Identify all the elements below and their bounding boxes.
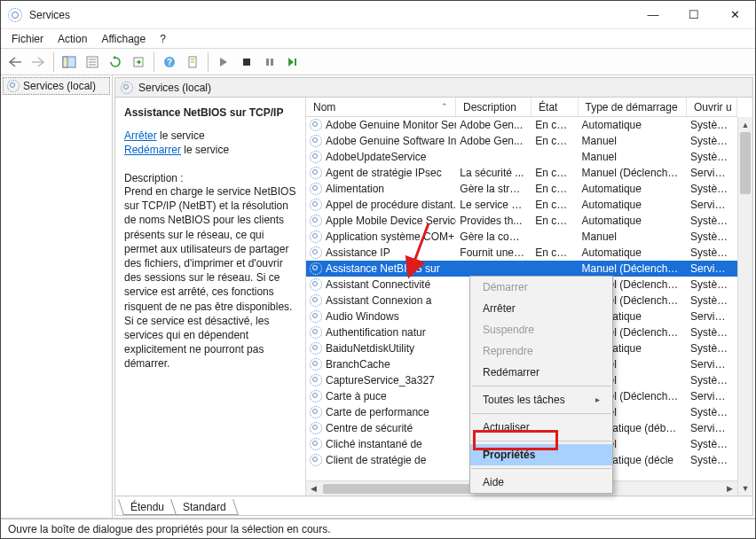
service-row[interactable]: Assistance IPFournit une ...En co...Auto…	[306, 245, 737, 261]
col-ouvrir[interactable]: Ouvrir u	[687, 98, 737, 116]
play-icon	[218, 57, 229, 67]
service-etat-cell: En co...	[532, 246, 578, 259]
service-ouvrir-cell: Système	[687, 119, 737, 131]
col-description[interactable]: Description	[456, 98, 532, 116]
service-name-cell: Audio Windows	[326, 310, 399, 323]
service-name-cell: AdobeUpdateService	[326, 151, 426, 163]
service-icon	[310, 230, 322, 243]
ctx-proprietes[interactable]: Propriétés	[470, 444, 612, 465]
service-row[interactable]: AlimentationGère la strat...En co...Auto…	[306, 181, 737, 197]
service-icon	[310, 215, 322, 227]
service-name-cell: Agent de stratégie IPsec	[326, 167, 442, 179]
forward-button[interactable]	[28, 51, 49, 73]
col-etat[interactable]: État	[532, 98, 578, 116]
menu-affichage[interactable]: Affichage	[96, 31, 151, 47]
service-icon	[310, 167, 322, 179]
ctx-reprendre[interactable]: Reprendre	[470, 340, 612, 362]
stop-link[interactable]: Arrêter	[124, 129, 157, 142]
scroll-left-icon[interactable]: ◀	[306, 484, 321, 493]
service-name-cell: Assistant Connexion a	[326, 294, 431, 307]
ctx-suspendre[interactable]: Suspendre	[470, 319, 612, 340]
service-row[interactable]: Apple Mobile Device ServiceProvides th..…	[306, 213, 737, 229]
refresh-icon	[109, 56, 122, 68]
tab-standard[interactable]: Standard	[170, 499, 239, 515]
service-ouvrir-cell: Système	[687, 230, 737, 243]
service-ouvrir-cell: Système	[687, 151, 737, 163]
restart-link[interactable]: Redémarrer	[124, 144, 181, 156]
service-icon	[310, 374, 322, 387]
detail-pane: Assistance NetBIOS sur TCP/IP Arrêter le…	[115, 98, 306, 496]
service-type-cell: Manuel	[579, 151, 687, 163]
ctx-toutes-taches[interactable]: Toutes les tâches	[470, 389, 612, 410]
pause-service-button[interactable]	[259, 51, 280, 73]
restart-service-button[interactable]	[282, 51, 303, 73]
service-row[interactable]: Adobe Genuine Software In...Adobe Gen...…	[306, 133, 737, 149]
refresh-button[interactable]	[105, 51, 126, 73]
scroll-up-icon[interactable]: ▲	[738, 117, 752, 132]
tree-item-label: Services (local)	[23, 80, 96, 92]
service-desc-cell: Fournit une ...	[456, 246, 532, 259]
ctx-redemarrer[interactable]: Redémarrer	[470, 362, 612, 383]
ctx-aide[interactable]: Aide	[470, 472, 612, 493]
scroll-thumb[interactable]	[740, 132, 751, 194]
vertical-scrollbar[interactable]: ▲ ▼	[737, 117, 752, 496]
scroll-right-icon[interactable]: ▶	[722, 484, 737, 493]
menu-help[interactable]: ?	[154, 31, 171, 47]
service-row[interactable]: Agent de stratégie IPsecLa sécurité ...E…	[306, 165, 737, 181]
stop-service-button[interactable]	[236, 51, 257, 73]
minimize-button[interactable]: —	[633, 1, 673, 28]
forward-icon	[31, 57, 45, 67]
maximize-button[interactable]: ☐	[673, 1, 714, 28]
service-etat-cell: En co...	[532, 215, 578, 227]
back-button[interactable]	[4, 51, 26, 73]
menu-fichier[interactable]: Fichier	[6, 31, 49, 47]
toolbar-extra-button[interactable]	[182, 51, 203, 73]
statusbar-text: Ouvre la boîte de dialogue des propriété…	[8, 523, 331, 535]
service-icon	[310, 390, 322, 402]
service-ouvrir-cell: Système	[687, 406, 737, 418]
service-icon	[310, 342, 322, 355]
description-label: Description :	[124, 172, 296, 184]
scroll-down-icon[interactable]: ▼	[738, 480, 752, 496]
svg-rect-12	[243, 59, 250, 66]
restart-icon	[287, 57, 299, 67]
service-row[interactable]: AdobeUpdateServiceManuelSystème	[306, 149, 737, 165]
close-button[interactable]: ✕	[714, 1, 755, 28]
show-hide-tree-button[interactable]	[59, 51, 80, 73]
service-icon	[310, 310, 322, 323]
col-nom[interactable]: Nom	[306, 98, 456, 116]
ctx-demarrer[interactable]: Démarrer	[470, 277, 612, 298]
service-row[interactable]: Application système COM+Gère la conf...M…	[306, 229, 737, 245]
titlebar: Services — ☐ ✕	[1, 1, 755, 29]
service-ouvrir-cell: Service r	[687, 199, 737, 211]
service-etat-cell: En co...	[532, 167, 578, 179]
service-name-cell: BranchCache	[326, 358, 390, 371]
panel-header: Services (local)	[115, 78, 752, 98]
service-icon	[310, 262, 322, 275]
tree-pane: Services (local)	[1, 75, 113, 518]
tree-item-services-local[interactable]: Services (local)	[3, 77, 110, 95]
service-row[interactable]: Assistance NetBIOS surManuel (Déclencher…	[306, 261, 737, 277]
window-controls: — ☐ ✕	[633, 1, 755, 28]
col-type[interactable]: Type de démarrage	[579, 98, 687, 116]
start-service-button[interactable]	[213, 51, 234, 73]
tab-etendu[interactable]: Étendu	[118, 499, 177, 515]
export-button[interactable]	[128, 51, 149, 73]
properties-button[interactable]	[82, 51, 103, 73]
menubar: Fichier Action Affichage ?	[1, 29, 755, 49]
service-icon	[310, 422, 322, 434]
service-type-cell: Automatique	[579, 183, 687, 195]
help-icon: ?	[163, 56, 176, 68]
service-icon	[310, 183, 322, 195]
service-name-cell: Cliché instantané de	[326, 438, 422, 450]
help-button[interactable]: ?	[159, 51, 180, 73]
service-row[interactable]: Adobe Genuine Monitor Ser...Adobe Gen...…	[306, 117, 737, 133]
menu-action[interactable]: Action	[52, 31, 92, 47]
ctx-arreter[interactable]: Arrêter	[470, 298, 612, 319]
scroll-thumb-h[interactable]	[323, 484, 483, 494]
service-ouvrir-cell: Système	[687, 438, 737, 450]
ctx-actualiser[interactable]: Actualiser	[470, 417, 612, 438]
service-type-cell: Manuel	[579, 135, 687, 147]
service-row[interactable]: Appel de procédure distant...Le service …	[306, 197, 737, 213]
svg-rect-1	[63, 57, 67, 67]
